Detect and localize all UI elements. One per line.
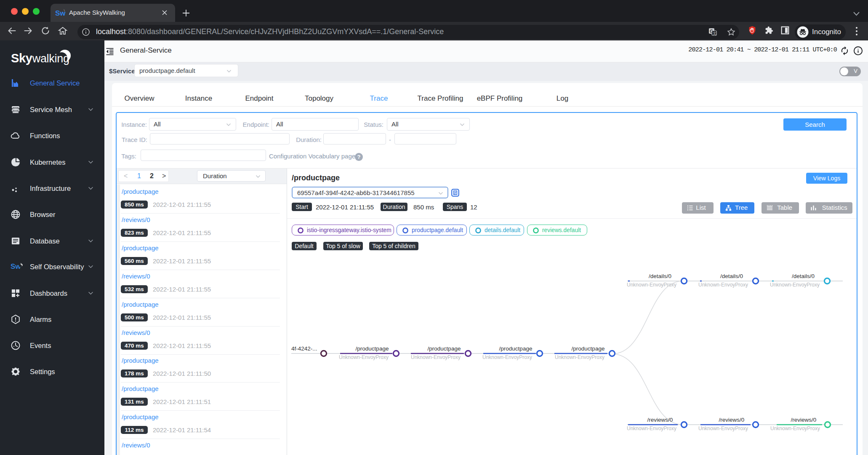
svg-text:/reviews/0: /reviews/0: [647, 417, 673, 423]
svg-text:Unknown-EnvoyProxy: Unknown-EnvoyProxy: [770, 426, 820, 431]
svg-text:文: 文: [713, 31, 716, 35]
svg-text:/reviews/0: /reviews/0: [791, 417, 817, 423]
svg-text:Unknown-EnvoyProxy: Unknown-EnvoyProxy: [627, 282, 676, 288]
svg-text:Unknown-EnvoyProxy: Unknown-EnvoyProxy: [627, 426, 676, 431]
svg-text:/productpage: /productpage: [428, 345, 461, 352]
svg-text:Unknown-EnvoyProxy: Unknown-EnvoyProxy: [339, 354, 389, 360]
svg-text:Unknown-EnvoyProxy: Unknown-EnvoyProxy: [411, 354, 461, 360]
svg-text:Unknown-EnvoyProxy: Unknown-EnvoyProxy: [770, 282, 820, 288]
svg-text:/productpage: /productpage: [356, 345, 389, 352]
svg-text:Sw: Sw: [55, 9, 66, 17]
svg-text:Unknown-EnvoyProxy: Unknown-EnvoyProxy: [698, 426, 748, 431]
svg-text:Unknown-EnvoyProxy: Unknown-EnvoyProxy: [555, 354, 604, 360]
svg-text:/details/0: /details/0: [720, 273, 743, 279]
svg-text:4f-4242-...: 4f-4242-...: [291, 345, 317, 352]
svg-text:/reviews/0: /reviews/0: [719, 417, 745, 423]
svg-text:Unknown-EnvoyProxy: Unknown-EnvoyProxy: [698, 282, 748, 288]
svg-text:/productpage: /productpage: [499, 345, 533, 352]
svg-text:/productpage: /productpage: [572, 345, 605, 352]
svg-text:Unknown-EnvoyProxy: Unknown-EnvoyProxy: [482, 354, 532, 360]
svg-text:/details/0: /details/0: [649, 273, 671, 279]
svg-text:/details/0: /details/0: [792, 273, 815, 279]
